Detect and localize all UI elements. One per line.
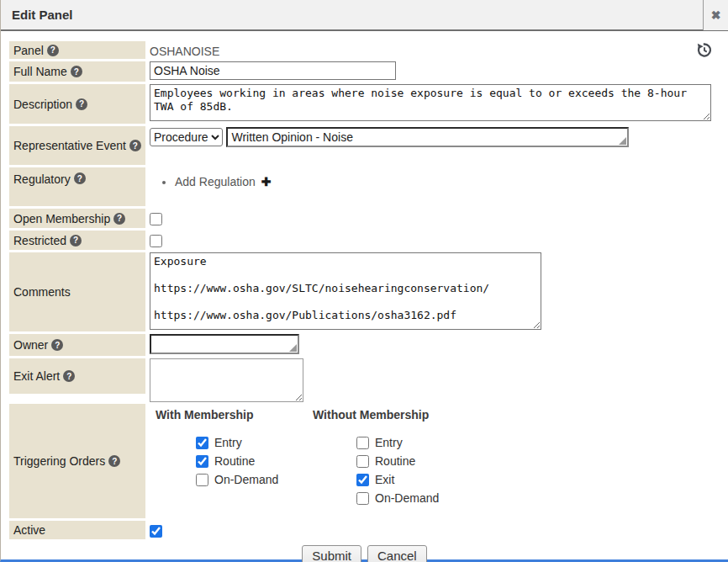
comments-label: Comments	[9, 252, 145, 331]
without-entry-checkbox[interactable]	[356, 437, 369, 449]
owner-combo	[150, 334, 299, 354]
active-label: Active	[9, 521, 145, 539]
without-on-demand-option: On-Demand	[356, 490, 481, 505]
row-active: Active	[9, 521, 720, 539]
help-icon[interactable]: ?	[47, 45, 59, 56]
representative-event-label: Representative Event ?	[9, 126, 145, 165]
restricted-checkbox[interactable]	[150, 235, 162, 247]
form-body: Panel ? OSHANOISE Full Name ?	[1, 31, 728, 562]
button-row: Submit Cancel	[9, 542, 720, 562]
add-regulation-link[interactable]: Add Regulation	[175, 175, 256, 188]
row-triggering-orders: Triggering Orders ? With Membership Entr…	[9, 404, 720, 518]
panel-label: Panel ?	[9, 41, 145, 59]
help-icon[interactable]: ?	[113, 213, 125, 225]
open-membership-label: Open Membership ?	[9, 209, 145, 228]
with-on-demand-checkbox[interactable]	[196, 474, 208, 486]
with-on-demand-option: On-Demand	[196, 472, 313, 486]
without-exit-checkbox[interactable]	[356, 474, 369, 486]
dialog-title: Edit Panel	[12, 8, 73, 22]
representative-event-combo	[226, 127, 629, 147]
row-description: Description ? Employees working in areas…	[9, 84, 720, 124]
help-icon[interactable]: ?	[51, 339, 63, 351]
comments-textarea[interactable]: Exposure https://www.osha.gov/SLTC/noise…	[150, 252, 541, 330]
full-name-input[interactable]	[150, 61, 396, 80]
help-icon[interactable]: ?	[129, 140, 141, 151]
help-icon[interactable]: ?	[63, 370, 75, 382]
with-membership-column: With Membership Entry Routine	[156, 408, 313, 509]
plus-icon[interactable]: ✚	[261, 175, 272, 188]
row-panel: Panel ? OSHANOISE	[9, 41, 720, 59]
regulatory-label: Regulatory ?	[9, 167, 145, 206]
row-exit-alert: Exit Alert ?	[9, 358, 720, 394]
restricted-label: Restricted ?	[9, 231, 145, 250]
full-name-label: Full Name ?	[9, 61, 145, 82]
dialog-header: Edit Panel ✖	[1, 0, 728, 31]
row-open-membership: Open Membership ?	[9, 209, 720, 228]
active-checkbox[interactable]	[150, 525, 162, 538]
representative-event-input[interactable]	[226, 127, 629, 147]
with-routine-checkbox[interactable]	[196, 455, 208, 468]
close-icon: ✖	[711, 8, 721, 22]
row-regulatory: Regulatory ? Add Regulation ✚	[9, 167, 720, 206]
exit-alert-textarea[interactable]	[150, 358, 303, 402]
without-entry-option: Entry	[356, 435, 481, 449]
with-entry-option: Entry	[196, 435, 313, 449]
history-icon[interactable]	[695, 41, 713, 62]
owner-input[interactable]	[150, 334, 299, 354]
description-textarea[interactable]: Employees working in areas where noise e…	[150, 84, 711, 121]
representative-event-type-select[interactable]: Procedure	[150, 128, 223, 146]
without-exit-option: Exit	[356, 472, 481, 486]
row-representative-event: Representative Event ? Procedure	[9, 126, 720, 165]
exit-alert-label: Exit Alert ?	[9, 358, 145, 394]
help-icon[interactable]: ?	[108, 455, 120, 467]
row-restricted: Restricted ?	[9, 231, 720, 250]
row-comments: Comments Exposure https://www.osha.gov/S…	[9, 252, 720, 331]
close-button[interactable]: ✖	[703, 0, 728, 30]
without-routine-option: Routine	[356, 453, 481, 468]
with-entry-checkbox[interactable]	[196, 437, 208, 449]
row-owner: Owner ?	[9, 334, 720, 356]
without-routine-checkbox[interactable]	[356, 455, 369, 468]
without-membership-column: Without Membership Entry Routine	[313, 408, 481, 509]
cancel-button[interactable]: Cancel	[367, 545, 427, 562]
open-membership-checkbox[interactable]	[150, 213, 162, 225]
with-routine-option: Routine	[196, 453, 313, 468]
help-icon[interactable]: ?	[76, 98, 87, 110]
help-icon[interactable]: ?	[74, 172, 86, 184]
owner-label: Owner ?	[9, 334, 145, 356]
triggering-orders-label: Triggering Orders ?	[9, 404, 145, 518]
submit-button[interactable]: Submit	[302, 545, 361, 562]
panel-value: OSHANOISE	[150, 43, 219, 58]
without-on-demand-checkbox[interactable]	[356, 492, 369, 505]
help-icon[interactable]: ?	[71, 66, 82, 77]
without-membership-header: Without Membership	[313, 408, 481, 422]
add-regulation-item: Add Regulation ✚	[175, 175, 271, 188]
row-full-name: Full Name ?	[9, 61, 720, 82]
description-label: Description ?	[9, 84, 145, 124]
help-icon[interactable]: ?	[70, 235, 82, 247]
edit-panel-dialog: Edit Panel ✖ Panel ? OSHANOISE	[0, 0, 728, 562]
with-membership-header: With Membership	[156, 408, 313, 422]
